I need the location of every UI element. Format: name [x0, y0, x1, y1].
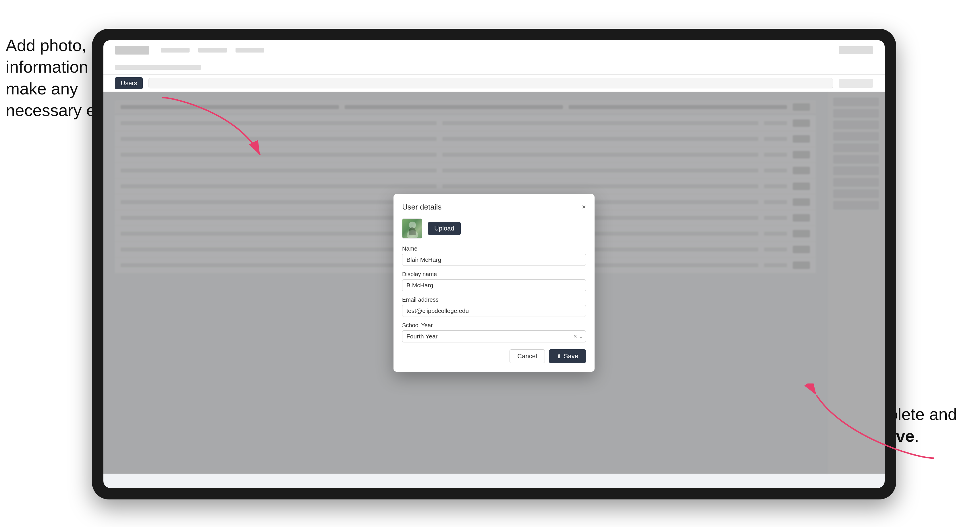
add-user-button[interactable] [839, 79, 873, 88]
display-name-field-group: Display name [402, 271, 586, 291]
select-clear-icon[interactable]: × [573, 333, 577, 340]
breadcrumb [115, 65, 201, 70]
school-year-select-wrapper: × ⌄ [402, 330, 586, 343]
email-label: Email address [402, 297, 586, 303]
app-nav [161, 48, 264, 52]
modal-overlay: User details × [103, 92, 885, 474]
name-input[interactable] [402, 254, 586, 266]
modal-footer: Cancel ⬆ Save [402, 349, 586, 363]
svg-point-2 [409, 222, 416, 229]
name-label: Name [402, 245, 586, 252]
upload-photo-button[interactable]: Upload [428, 222, 461, 235]
modal-header: User details × [402, 203, 586, 211]
cancel-button[interactable]: Cancel [509, 349, 544, 363]
save-icon: ⬆ [557, 353, 562, 360]
email-input[interactable] [402, 305, 586, 317]
save-button[interactable]: ⬆ Save [549, 349, 586, 363]
nav-item-2[interactable] [198, 48, 227, 52]
app-logo [115, 46, 150, 54]
tablet-device: Users [92, 29, 896, 500]
school-year-label: School Year [402, 322, 586, 329]
photo-section: Upload [402, 218, 586, 238]
modal-close-button[interactable]: × [582, 203, 586, 210]
nav-item-3[interactable] [235, 48, 264, 52]
user-details-modal: User details × [393, 194, 595, 372]
user-photo-thumbnail [402, 218, 422, 238]
header-action-btn[interactable] [839, 46, 873, 54]
modal-title: User details [402, 203, 441, 211]
school-year-field-group: School Year × ⌄ [402, 322, 586, 343]
search-input[interactable] [148, 78, 833, 89]
main-content: User details × [103, 92, 885, 474]
nav-item-1[interactable] [161, 48, 189, 52]
school-year-input[interactable] [402, 330, 586, 343]
name-field-group: Name [402, 245, 586, 266]
email-field-group: Email address [402, 297, 586, 317]
save-button-label: Save [564, 352, 578, 360]
toolbar: Users [103, 75, 885, 92]
photo-image [402, 219, 422, 238]
svg-point-3 [407, 230, 418, 238]
chevron-down-icon[interactable]: ⌄ [579, 333, 583, 340]
app-header [103, 40, 885, 60]
tab-users[interactable]: Users [115, 77, 143, 89]
select-icons: × ⌄ [573, 333, 583, 340]
display-name-input[interactable] [402, 279, 586, 291]
header-right [839, 46, 873, 54]
tablet-screen: Users [103, 40, 885, 488]
breadcrumb-bar [103, 60, 885, 75]
display-name-label: Display name [402, 271, 586, 278]
